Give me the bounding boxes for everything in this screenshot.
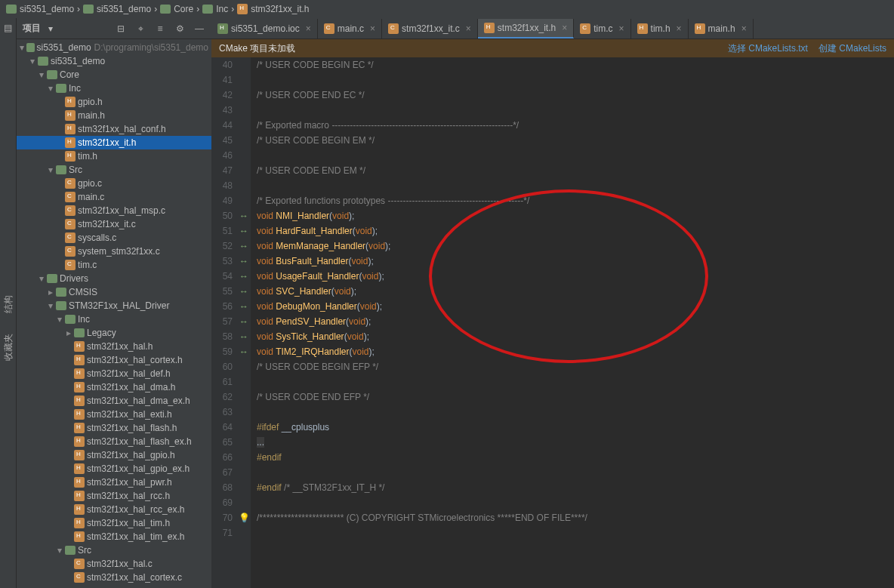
tree-node[interactable]: stm32f1xx_hal_flash.h <box>17 421 211 435</box>
sidebar-title: 项目 <box>23 22 41 35</box>
tree-node[interactable]: stm32f1xx_hal_exti.h <box>17 408 211 421</box>
tree-node[interactable]: main.c <box>17 190 211 204</box>
editor-tab[interactable]: stm32f1xx_it.h× <box>478 19 574 38</box>
close-icon[interactable]: × <box>741 23 747 34</box>
tree-node[interactable]: main.h <box>17 109 211 122</box>
tree-node[interactable]: stm32f1xx_hal_pwr.h <box>17 476 211 489</box>
tree-node[interactable]: system_stm32f1xx.c <box>17 245 211 258</box>
code-view[interactable]: 4041424344454647484950515253545556575859… <box>211 57 894 588</box>
close-icon[interactable]: × <box>619 23 624 34</box>
editor-tabs: si5351_demo.ioc×main.c×stm32f1xx_it.c×st… <box>211 18 894 39</box>
editor-tab[interactable]: si5351_demo.ioc× <box>211 19 318 38</box>
editor-tab[interactable]: stm32f1xx_it.c× <box>382 19 478 38</box>
chevron-down-icon[interactable]: ▾ <box>48 23 53 34</box>
editor-tab[interactable]: main.c× <box>318 19 382 38</box>
crumb-3[interactable]: Inc <box>202 4 228 14</box>
banner-message: CMake 项目未加载 <box>219 42 295 55</box>
tree-node[interactable]: tim.h <box>17 149 211 163</box>
create-cmakelists-link[interactable]: 创建 CMakeLists <box>818 42 886 55</box>
crumb-4[interactable]: stm32f1xx_it.h <box>237 4 309 14</box>
tree-node[interactable]: stm32f1xx_hal_dma_ex.h <box>17 394 211 408</box>
select-cmakelists-link[interactable]: 选择 CMakeLists.txt <box>728 42 808 55</box>
tree-node[interactable]: stm32f1xx_hal.h <box>17 340 211 353</box>
tree-node[interactable]: ▾Src <box>17 163 211 177</box>
project-sidebar: 项目 ▾ ⊟ ⌖ ≡ ⚙ — ▾si5351_demoD:\programing… <box>17 18 211 588</box>
tree-node[interactable]: gpio.c <box>17 177 211 190</box>
editor-tab[interactable]: tim.c× <box>574 19 630 38</box>
tree-node[interactable]: stm32f1xx_hal_dma.h <box>17 380 211 394</box>
tree-node[interactable]: stm32f1xx_hal_msp.c <box>17 204 211 217</box>
tree-node[interactable]: tim.c <box>17 258 211 272</box>
source-code[interactable]: /* USER CODE BEGIN EC */ /* USER CODE EN… <box>251 57 894 588</box>
editor-tab[interactable]: tim.h× <box>631 19 689 38</box>
gutter-icons: ↔↔↔↔↔↔↔↔↔↔ 💡 <box>237 57 251 588</box>
locate-icon[interactable]: ⌖ <box>134 23 146 35</box>
tree-node[interactable]: stm32f1xx_hal_conf.h <box>17 122 211 136</box>
tree-node[interactable]: ▾Drivers <box>17 272 211 285</box>
tree-node[interactable]: stm32f1xx_hal_cortex.c <box>17 571 211 584</box>
tree-node[interactable]: ▾si5351_demo <box>17 54 211 68</box>
structure-tool[interactable]: 结构 <box>2 295 13 313</box>
editor-area: si5351_demo.ioc×main.c×stm32f1xx_it.c×st… <box>211 18 894 588</box>
crumb-1[interactable]: si5351_demo <box>83 4 151 14</box>
tree-node[interactable]: ▾si5351_demoD:\programing\si5351_demo <box>17 41 211 54</box>
close-icon[interactable]: × <box>370 23 375 34</box>
breadcrumb: si5351_demo›si5351_demo›Core›Inc›stm32f1… <box>0 0 894 18</box>
editor-tab[interactable]: main.h× <box>689 19 754 38</box>
sidebar-header: 项目 ▾ ⊟ ⌖ ≡ ⚙ — <box>17 18 211 39</box>
tree-node[interactable]: ▾STM32F1xx_HAL_Driver <box>17 299 211 312</box>
tree-node[interactable]: ▾Inc <box>17 312 211 326</box>
gear-icon[interactable]: ⚙ <box>174 23 186 35</box>
tree-node[interactable]: ▾Core <box>17 68 211 82</box>
tree-node[interactable]: stm32f1xx_hal_rcc_ex.h <box>17 503 211 516</box>
tree-node[interactable]: stm32f1xx_hal.c <box>17 557 211 571</box>
collapse-icon[interactable]: ⊟ <box>115 23 127 35</box>
tree-node[interactable]: stm32f1xx_hal_gpio.h <box>17 448 211 462</box>
close-icon[interactable]: × <box>306 23 311 34</box>
tree-node[interactable]: ▾Inc <box>17 82 211 95</box>
line-numbers: 4041424344454647484950515253545556575859… <box>211 57 237 588</box>
tree-node[interactable]: ▸Legacy <box>17 326 211 340</box>
crumb-0[interactable]: si5351_demo <box>6 4 74 14</box>
tree-node[interactable]: stm32f1xx_hal_cortex.h <box>17 353 211 367</box>
tree-node[interactable]: stm32f1xx_hal_rcc.h <box>17 489 211 503</box>
close-icon[interactable]: × <box>466 23 471 34</box>
tree-node[interactable]: ▸CMSIS <box>17 285 211 299</box>
close-icon[interactable]: × <box>562 23 567 33</box>
tree-node[interactable]: stm32f1xx_hal_def.h <box>17 367 211 380</box>
tree-node[interactable]: ▾Src <box>17 543 211 557</box>
close-icon[interactable]: × <box>677 23 682 34</box>
tree-node[interactable]: stm32f1xx_hal_tim_ex.h <box>17 530 211 543</box>
tree-node[interactable]: gpio.h <box>17 95 211 109</box>
project-tree[interactable]: ▾si5351_demoD:\programing\si5351_demo▾si… <box>17 39 211 588</box>
tree-node[interactable]: stm32f1xx_it.c <box>17 217 211 231</box>
tree-node[interactable]: syscalls.c <box>17 231 211 245</box>
favorites-tool[interactable]: 收藏夹 <box>2 334 13 361</box>
tree-node[interactable]: stm32f1xx_hal_flash_ex.h <box>17 435 211 448</box>
tree-node[interactable]: stm32f1xx_hal_gpio_ex.h <box>17 462 211 476</box>
crumb-2[interactable]: Core <box>160 4 193 14</box>
expand-icon[interactable]: ≡ <box>154 23 166 35</box>
cmake-banner: CMake 项目未加载 选择 CMakeLists.txt 创建 CMakeLi… <box>211 39 894 57</box>
tree-node[interactable]: stm32f1xx_hal_tim.h <box>17 516 211 530</box>
left-tool-stripe: ▤ 结构 收藏夹 <box>0 18 17 588</box>
hide-icon[interactable]: — <box>193 23 205 35</box>
project-tool-icon[interactable]: ▤ <box>4 23 12 33</box>
tree-node[interactable]: stm32f1xx_it.h <box>17 136 211 149</box>
